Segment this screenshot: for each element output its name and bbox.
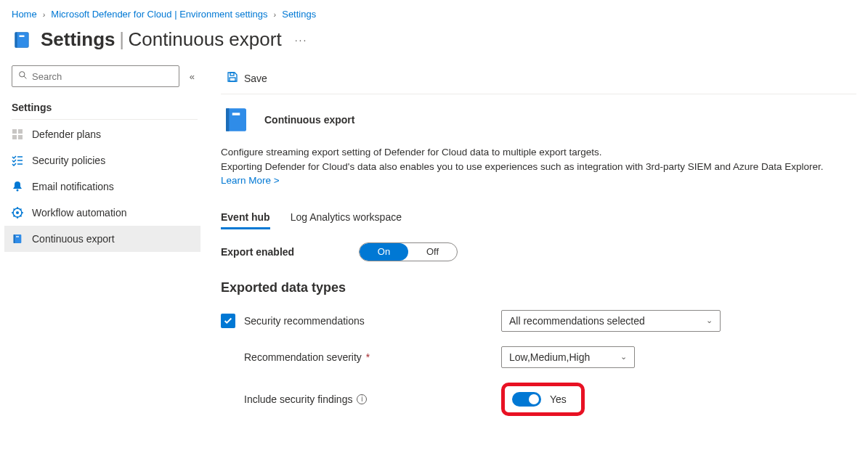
breadcrumb: Home › Microsoft Defender for Cloud | En… [0, 0, 868, 25]
sidebar-item-email-notifications[interactable]: Email notifications [4, 174, 200, 200]
learn-more-link[interactable]: Learn More > [221, 175, 280, 186]
svg-rect-17 [14, 234, 15, 243]
more-button[interactable]: ··· [291, 34, 308, 46]
tabs: Event hub Log Analytics workspace [221, 207, 856, 229]
dropdown-value: All recommendations selected [509, 315, 645, 327]
tab-event-hub[interactable]: Event hub [221, 207, 270, 229]
export-enabled-label: Export enabled [221, 246, 359, 258]
svg-rect-8 [12, 135, 17, 139]
info-icon[interactable]: i [357, 394, 367, 404]
sidebar-item-security-policies[interactable]: Security policies [4, 147, 200, 174]
grid-icon [12, 128, 23, 140]
security-recommendations-checkbox[interactable] [221, 314, 235, 328]
svg-rect-2 [15, 32, 17, 47]
check-icon [223, 316, 233, 326]
sidebar-item-workflow-automation[interactable]: Workflow automation [4, 200, 200, 226]
toggle-knob [529, 394, 539, 404]
sidebar-section-label: Settings [12, 97, 198, 116]
recommendations-dropdown[interactable]: All recommendations selected ⌄ [501, 310, 721, 332]
required-asterisk: * [366, 351, 370, 363]
toolbar: Save [221, 62, 856, 94]
divider [12, 119, 198, 120]
svg-rect-22 [226, 108, 229, 131]
toggle-value-label: Yes [550, 393, 567, 405]
toggle-off: Off [408, 243, 457, 261]
chevron-down-icon: ⌄ [706, 316, 713, 325]
sidebar: « Settings Defender plans Security polic… [0, 62, 203, 430]
page-title: Settings | Continuous export [41, 28, 282, 51]
breadcrumb-home[interactable]: Home [12, 9, 37, 20]
svg-line-5 [24, 76, 26, 78]
search-icon [18, 70, 28, 82]
svg-rect-20 [230, 78, 235, 81]
include-security-findings-label: Include security findings i [221, 393, 481, 405]
gear-icon [12, 207, 23, 219]
svg-rect-6 [12, 129, 17, 134]
book-icon [221, 105, 251, 135]
save-button[interactable]: Save [221, 68, 273, 88]
search-input-wrapper[interactable] [12, 65, 179, 87]
svg-point-4 [20, 72, 25, 77]
book-icon [12, 233, 23, 245]
security-recommendations-label: Security recommendations [244, 315, 365, 327]
severity-dropdown[interactable]: Low,Medium,High ⌄ [501, 346, 635, 368]
dropdown-value: Low,Medium,High [509, 351, 590, 363]
svg-point-15 [16, 211, 19, 214]
bell-icon [12, 181, 23, 192]
search-input[interactable] [32, 71, 173, 82]
content-header-title: Continuous export [264, 114, 354, 126]
toggle-on: On [360, 243, 408, 261]
chevron-right-icon: › [43, 10, 46, 19]
highlight-annotation: Yes [501, 383, 585, 416]
main-content: Save Continuous export Configure streami… [203, 62, 868, 430]
save-icon [227, 71, 238, 85]
sidebar-item-label: Workflow automation [32, 207, 126, 219]
breadcrumb-defender[interactable]: Microsoft Defender for Cloud | Environme… [51, 9, 267, 20]
export-enabled-toggle[interactable]: On Off [359, 242, 458, 261]
sidebar-item-label: Defender plans [32, 128, 101, 140]
svg-rect-7 [18, 129, 23, 134]
sidebar-item-label: Continuous export [32, 233, 115, 245]
sidebar-item-defender-plans[interactable]: Defender plans [4, 121, 200, 147]
description-text: Configure streaming export setting of De… [221, 145, 856, 188]
include-findings-toggle[interactable] [512, 392, 541, 407]
svg-rect-19 [230, 73, 234, 76]
checklist-icon [12, 155, 23, 166]
breadcrumb-settings[interactable]: Settings [282, 9, 316, 20]
collapse-sidebar-button[interactable]: « [187, 68, 198, 85]
book-icon [12, 30, 32, 50]
save-button-label: Save [244, 73, 267, 84]
chevron-right-icon: › [274, 10, 277, 19]
sidebar-item-label: Email notifications [32, 181, 114, 192]
exported-data-types-heading: Exported data types [221, 280, 856, 295]
page-title-row: Settings | Continuous export ··· [0, 25, 868, 62]
recommendation-severity-label: Recommendation severity * [221, 351, 481, 363]
sidebar-item-label: Security policies [32, 155, 105, 166]
svg-point-13 [17, 189, 19, 192]
sidebar-item-continuous-export[interactable]: Continuous export [4, 226, 200, 252]
svg-rect-9 [18, 135, 23, 139]
tab-log-analytics[interactable]: Log Analytics workspace [291, 207, 402, 229]
svg-rect-18 [16, 236, 19, 237]
svg-rect-3 [20, 35, 25, 36]
chevron-down-icon: ⌄ [620, 352, 627, 362]
svg-rect-23 [232, 113, 240, 115]
